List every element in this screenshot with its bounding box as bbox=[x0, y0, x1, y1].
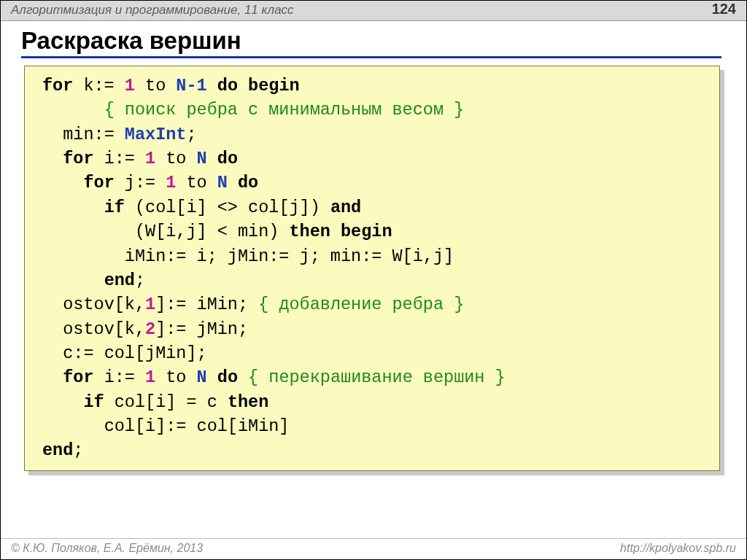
header-title: Алгоритмизация и программирование, 11 кл… bbox=[11, 3, 294, 18]
header-bar: Алгоритмизация и программирование, 11 кл… bbox=[1, 1, 746, 21]
slide-title: Раскраска вершин bbox=[21, 27, 721, 58]
copyright: © К.Ю. Поляков, Е.А. Ерёмин, 2013 bbox=[11, 542, 203, 555]
slide: Алгоритмизация и программирование, 11 кл… bbox=[0, 0, 747, 560]
footer-url: http://kpolyakov.spb.ru bbox=[620, 542, 736, 555]
code-box: for k:= 1 to N-1 do begin { поиск ребра … bbox=[24, 66, 720, 471]
footer: © К.Ю. Поляков, Е.А. Ерёмин, 2013 http:/… bbox=[1, 538, 746, 559]
code-content: for k:= 1 to N-1 do begin { поиск ребра … bbox=[42, 74, 706, 463]
page-number: 124 bbox=[712, 1, 736, 16]
code-block: for k:= 1 to N-1 do begin { поиск ребра … bbox=[24, 66, 720, 471]
